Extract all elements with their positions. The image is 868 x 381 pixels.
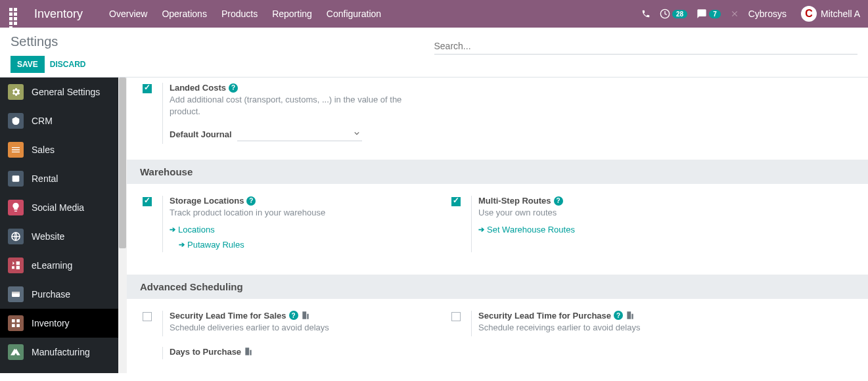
apps-menu-icon[interactable]: [8, 7, 22, 21]
svg-rect-4: [12, 292, 20, 294]
security-lead-purchase-checkbox[interactable]: [451, 312, 461, 321]
top-menu: Overview Operations Products Reporting C…: [109, 9, 641, 19]
top-navbar: Inventory Overview Operations Products R…: [0, 0, 868, 28]
control-panel: Settings SAVE DISCARD: [0, 28, 868, 78]
storage-locations-desc: Track product location in your warehouse: [170, 207, 406, 219]
security-lead-sales-desc: Schedule deliveries earlier to avoid del…: [170, 322, 406, 334]
multistep-routes-checkbox[interactable]: [451, 197, 461, 206]
building-icon: [244, 347, 253, 356]
sidebar-item-label: CRM: [32, 116, 53, 126]
nav-overview[interactable]: Overview: [109, 9, 147, 19]
multistep-routes-desc: Use your own routes: [478, 207, 715, 219]
section-warehouse: Warehouse: [127, 160, 868, 184]
company-switcher[interactable]: Cybrosys: [748, 9, 787, 19]
settings-form: Landed Costs ? Add additional cost (tran…: [127, 78, 868, 373]
default-journal-select[interactable]: [237, 127, 362, 141]
nav-products[interactable]: Products: [221, 9, 258, 19]
sidebar-item-inventory[interactable]: Inventory: [0, 309, 118, 338]
sidebar-item-label: Manufacturing: [32, 347, 90, 357]
module-icon: [8, 142, 24, 158]
sidebar-item-sales[interactable]: Sales: [0, 135, 118, 164]
module-icon: [8, 344, 24, 360]
sidebar-item-general-settings[interactable]: General Settings: [0, 78, 118, 106]
storage-locations-checkbox[interactable]: [143, 197, 152, 206]
set-warehouse-routes-link[interactable]: ➔Set Warehouse Routes: [478, 225, 575, 235]
sidebar-item-label: General Settings: [32, 87, 100, 97]
sidebar-item-label: Purchase: [32, 289, 70, 300]
sidebar-item-label: Social Media: [32, 202, 84, 213]
svg-rect-1: [12, 175, 20, 181]
landed-costs-desc: Add additional cost (transport, customs,…: [170, 94, 406, 118]
module-icon: [8, 200, 24, 215]
discard-button[interactable]: DISCARD: [50, 60, 86, 69]
help-icon[interactable]: ?: [229, 83, 238, 93]
arrow-right-icon: ➔: [478, 225, 484, 234]
sidebar-item-label: Rental: [32, 173, 58, 184]
help-icon[interactable]: ?: [614, 311, 623, 320]
sidebar-item-label: Inventory: [32, 318, 70, 328]
search-input[interactable]: [434, 41, 858, 51]
arrow-right-icon: ➔: [179, 240, 185, 249]
search-box[interactable]: [434, 38, 858, 55]
module-icon: [8, 171, 24, 187]
sidebar-item-rental[interactable]: Rental: [0, 164, 118, 193]
sidebar-item-elearning[interactable]: eLearning: [0, 251, 118, 280]
close-studio-icon[interactable]: [730, 9, 739, 18]
user-menu[interactable]: C Mitchell A: [796, 6, 860, 22]
module-icon: [8, 286, 24, 302]
app-title[interactable]: Inventory: [34, 7, 83, 21]
activity-icon[interactable]: 28: [660, 9, 687, 19]
systray: 28 7 Cybrosys C Mitchell A: [641, 6, 860, 22]
landed-costs-checkbox[interactable]: [143, 84, 152, 93]
breadcrumb-title: Settings: [11, 34, 434, 49]
default-journal-label: Default Journal: [170, 129, 232, 139]
security-lead-purchase-title: Security Lead Time for Purchase: [478, 311, 611, 321]
scrollbar-thumb[interactable]: [119, 78, 126, 248]
chevron-down-icon: [354, 131, 359, 136]
help-icon[interactable]: ?: [289, 311, 298, 320]
module-icon: [8, 113, 24, 129]
settings-sidebar: General SettingsCRMSalesRentalSocial Med…: [0, 78, 118, 373]
storage-locations-title: Storage Locations: [170, 196, 244, 206]
sidebar-item-manufacturing[interactable]: Manufacturing: [0, 338, 118, 367]
sidebar-item-purchase[interactable]: Purchase: [0, 280, 118, 309]
sidebar-item-crm[interactable]: CRM: [0, 106, 118, 135]
help-icon[interactable]: ?: [554, 196, 563, 206]
nav-operations[interactable]: Operations: [162, 9, 206, 19]
locations-link[interactable]: ➔Locations: [170, 225, 215, 235]
module-icon: [8, 229, 24, 244]
security-lead-purchase-desc: Schedule receivings earlier to avoid del…: [478, 322, 715, 334]
nav-reporting[interactable]: Reporting: [272, 9, 312, 19]
sidebar-item-social-media[interactable]: Social Media: [0, 193, 118, 222]
avatar: C: [801, 6, 817, 22]
module-icon: [8, 84, 24, 100]
module-icon: [8, 315, 24, 331]
putaway-rules-link[interactable]: ➔Putaway Rules: [179, 240, 244, 250]
phone-icon[interactable]: [641, 9, 651, 18]
security-lead-sales-title: Security Lead Time for Sales: [170, 311, 286, 321]
security-lead-sales-checkbox[interactable]: [143, 312, 152, 321]
save-button[interactable]: SAVE: [11, 56, 45, 73]
module-icon: [8, 258, 24, 273]
arrow-right-icon: ➔: [170, 225, 175, 234]
section-advanced-scheduling: Advanced Scheduling: [127, 275, 868, 299]
messaging-badge: 7: [709, 10, 721, 18]
sidebar-item-accounting[interactable]: Accounting: [0, 367, 118, 373]
days-to-purchase-title: Days to Purchase: [170, 347, 241, 357]
sidebar-item-label: Sales: [32, 145, 55, 155]
help-icon[interactable]: ?: [246, 196, 256, 206]
multistep-routes-title: Multi-Step Routes: [478, 196, 551, 206]
sidebar-item-label: eLearning: [32, 260, 72, 271]
building-icon: [626, 311, 635, 320]
nav-configuration[interactable]: Configuration: [327, 9, 381, 19]
building-icon: [301, 311, 310, 320]
landed-costs-title: Landed Costs: [170, 83, 226, 93]
user-name: Mitchell A: [821, 9, 860, 19]
sidebar-scrollbar[interactable]: [118, 78, 127, 373]
activity-badge: 28: [672, 10, 687, 18]
messaging-icon[interactable]: 7: [697, 9, 721, 19]
sidebar-item-website[interactable]: Website: [0, 222, 118, 251]
sidebar-item-label: Website: [32, 231, 64, 242]
